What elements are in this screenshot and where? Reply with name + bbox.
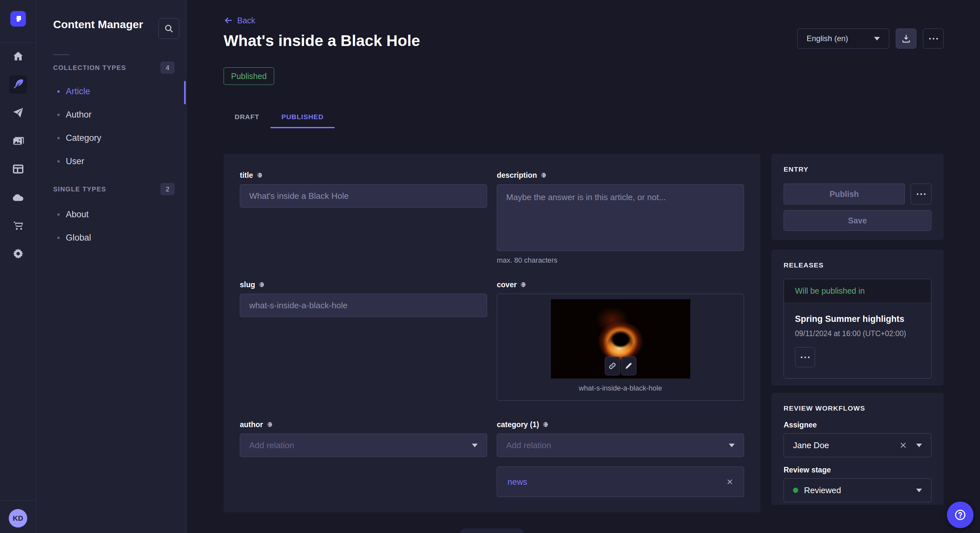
globe-icon (266, 421, 273, 428)
bullet-icon (57, 160, 60, 163)
field-category: category (1) Add relation news (497, 420, 744, 533)
entry-form-card: title What's inside a Black Hole descrip… (224, 154, 760, 512)
sidebar-item-label: Category (66, 133, 102, 143)
subnav-scrollbar-thumb[interactable] (184, 81, 186, 104)
right-sidebar: ENTRY Publish Save RELEASES Will be publ… (771, 154, 944, 505)
review-stage-label: Review stage (784, 466, 931, 474)
edit-cover-button[interactable] (621, 357, 636, 375)
rail-divider (0, 500, 36, 501)
entry-panel-title: ENTRY (784, 165, 931, 173)
single-types-count-badge: 2 (161, 183, 175, 195)
chevron-down-icon (916, 489, 922, 492)
related-category-link[interactable]: news (508, 477, 527, 487)
bullet-icon (57, 213, 60, 216)
assignee-select[interactable]: Jane Doe (784, 433, 931, 457)
more-icon (917, 194, 926, 195)
globe-icon (258, 281, 265, 288)
header-more-button[interactable] (923, 29, 944, 49)
tab-draft[interactable]: DRAFT (224, 107, 270, 127)
content-manager-feather-icon[interactable] (9, 75, 27, 94)
home-icon[interactable] (9, 47, 27, 65)
search-icon (164, 24, 174, 33)
sidebar-item-label: Global (66, 233, 91, 243)
field-description: description Maybe the answer is in this … (497, 171, 744, 265)
chevron-down-icon (916, 444, 922, 447)
category-relation-select[interactable]: Add relation (497, 434, 744, 457)
cover-actions (605, 357, 636, 375)
field-label-author: author (240, 420, 487, 429)
arrow-left-icon (224, 16, 233, 25)
download-icon (901, 34, 911, 43)
sidebar-item-article[interactable]: Article (36, 80, 187, 103)
description-textarea[interactable]: Maybe the answer is in this article, or … (497, 184, 744, 251)
copy-link-button[interactable] (605, 357, 620, 375)
slug-input[interactable]: what-s-inside-a-black-hole (240, 294, 487, 317)
main-content: Back What's inside a Black Hole Publishe… (187, 0, 980, 533)
review-workflows-title: REVIEW WORKFLOWS (784, 405, 931, 412)
sidebar-item-label: Author (66, 110, 92, 120)
author-relation-select[interactable]: Add relation (240, 434, 487, 457)
back-link[interactable]: Back (224, 16, 255, 25)
collection-types-header: COLLECTION TYPES 4 (53, 62, 175, 74)
field-cover: cover what-s-inside-a-black-hole (497, 280, 744, 401)
help-button[interactable] (947, 501, 974, 528)
layout-icon[interactable] (9, 160, 27, 178)
header-controls: English (en) (797, 29, 944, 49)
export-button[interactable] (896, 29, 916, 49)
search-button[interactable] (159, 18, 179, 39)
version-tabs: DRAFT PUBLISHED (224, 107, 335, 127)
title-input[interactable]: What's inside a Black Hole (240, 184, 487, 208)
more-icon (929, 38, 938, 40)
field-label-slug: slug (240, 280, 487, 289)
globe-icon (520, 281, 526, 288)
chevron-down-icon (874, 37, 880, 40)
subnav-divider (53, 54, 69, 55)
tab-published[interactable]: PUBLISHED (270, 107, 334, 127)
strapi-logo-icon (14, 14, 22, 23)
user-avatar[interactable]: KD (9, 509, 27, 528)
language-select[interactable]: English (en) (797, 29, 889, 49)
clear-assignee-x-icon[interactable] (899, 441, 907, 449)
publish-button[interactable]: Publish (784, 184, 905, 204)
stage-status-dot (793, 488, 798, 493)
main-nav-rail: KD (0, 0, 36, 533)
review-stage-select[interactable]: Reviewed (784, 478, 931, 502)
cover-asset-card: what-s-inside-a-black-hole (497, 294, 744, 401)
question-mark-icon (953, 508, 967, 522)
entry-panel: ENTRY Publish Save (771, 154, 944, 240)
settings-gear-icon[interactable] (9, 244, 27, 263)
bullet-icon (57, 114, 60, 116)
sidebar-item-about[interactable]: About (36, 203, 187, 226)
strapi-logo[interactable] (10, 11, 26, 27)
collection-types-count-badge: 4 (161, 62, 175, 74)
globe-icon (540, 172, 547, 178)
relation-placeholder: Add relation (249, 440, 294, 451)
single-types-header: SINGLE TYPES 2 (53, 183, 175, 195)
sidebar-item-user[interactable]: User (36, 150, 187, 173)
field-label-description: description (497, 171, 744, 180)
group-label: COLLECTION TYPES (53, 64, 126, 71)
more-icon (801, 357, 810, 358)
sidebar-item-label: About (66, 209, 89, 219)
sidebar-item-global[interactable]: Global (36, 226, 187, 249)
save-button[interactable]: Save (784, 210, 931, 231)
sidebar-item-author[interactable]: Author (36, 103, 187, 126)
cloud-icon[interactable] (9, 188, 27, 206)
chevron-down-icon (472, 444, 478, 447)
review-workflows-panel: REVIEW WORKFLOWS Assignee Jane Doe Revie… (771, 393, 944, 505)
field-label-text: category (1) (497, 420, 539, 429)
send-plane-icon[interactable] (9, 104, 27, 122)
media-library-icon[interactable] (9, 132, 27, 150)
subnav-title: Content Manager (53, 18, 157, 31)
marketplace-cart-icon[interactable] (9, 216, 27, 235)
remove-relation-x-icon[interactable] (726, 478, 733, 485)
release-more-button[interactable] (795, 347, 815, 367)
field-label-text: title (240, 171, 253, 180)
sidebar-item-label: User (66, 156, 84, 167)
field-author: author Add relation (240, 420, 487, 457)
field-label-category: category (1) (497, 420, 744, 429)
releases-panel-title: RELEASES (784, 261, 931, 269)
release-date: 09/11/2024 at 16:00 (UTC+02:00) (795, 329, 920, 338)
entry-more-button[interactable] (911, 184, 931, 204)
sidebar-item-category[interactable]: Category (36, 126, 187, 150)
